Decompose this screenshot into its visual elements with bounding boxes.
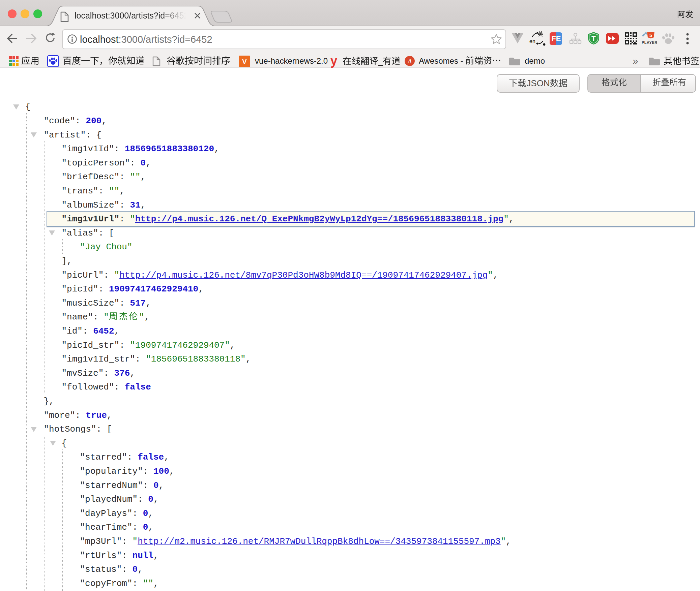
svg-text:V: V — [242, 58, 247, 65]
svg-text:T: T — [591, 34, 596, 42]
svg-text:F: F — [551, 34, 556, 43]
svg-text:5: 5 — [649, 33, 652, 38]
svg-text:E: E — [556, 34, 561, 43]
svg-text:A: A — [407, 58, 412, 65]
